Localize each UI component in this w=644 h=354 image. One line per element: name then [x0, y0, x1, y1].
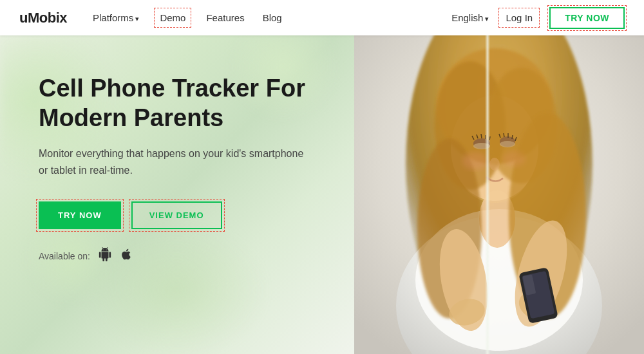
available-label: Available on:: [39, 251, 90, 261]
login-button[interactable]: Log In: [502, 11, 536, 24]
available-on: Available on:: [39, 247, 305, 265]
apple-icon: [120, 247, 133, 265]
hero-view-demo-button[interactable]: VIEW DEMO: [131, 201, 222, 229]
hero-buttons: TRY NOW VIEW DEMO: [39, 201, 305, 229]
nav-blog[interactable]: Blog: [263, 12, 282, 23]
hero-right: [354, 35, 644, 354]
svg-point-19: [502, 151, 526, 167]
hero-title-line1: Cell Phone Tracker For: [39, 75, 305, 102]
logo-main: Mobix: [28, 10, 67, 26]
nav-demo[interactable]: Demo: [157, 11, 188, 24]
nav-try-now-button[interactable]: TRY NOW: [549, 7, 625, 29]
svg-point-16: [500, 141, 515, 147]
hero-try-now-button[interactable]: TRY NOW: [39, 201, 121, 229]
nav-links: Platforms Demo Features Blog: [93, 11, 451, 24]
hero-image: [354, 35, 644, 354]
nav-right: English Log In TRY NOW: [451, 7, 625, 29]
logo-prefix: u: [19, 10, 28, 26]
hero-title-line2: Modern Parents: [39, 104, 223, 131]
nav-features[interactable]: Features: [206, 12, 244, 23]
hero-left: Cell Phone Tracker For Modern Parents Mo…: [0, 35, 354, 354]
android-icon: [98, 247, 112, 265]
navbar: uMobix Platforms Demo Features Blog Engl…: [0, 0, 644, 35]
nav-platforms[interactable]: Platforms: [93, 12, 139, 23]
language-selector[interactable]: English: [451, 12, 489, 23]
svg-point-17: [489, 158, 500, 171]
window-light: [485, 35, 490, 354]
hero-section: Cell Phone Tracker For Modern Parents Mo…: [0, 35, 644, 354]
hero-subtitle: Monitor everything that happens on your …: [39, 145, 305, 178]
brand-logo[interactable]: uMobix: [19, 10, 67, 26]
hero-title: Cell Phone Tracker For Modern Parents: [39, 74, 305, 133]
hero-content: Cell Phone Tracker For Modern Parents Mo…: [39, 74, 305, 265]
